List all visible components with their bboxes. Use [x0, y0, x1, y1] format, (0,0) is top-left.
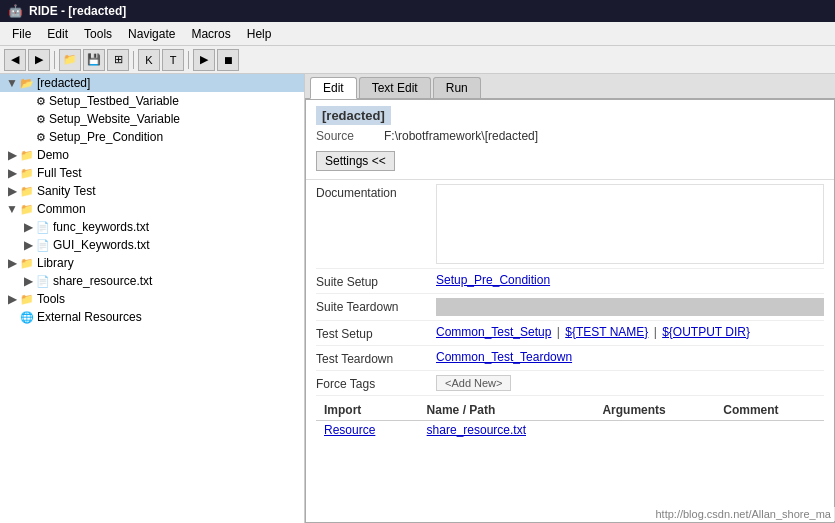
settings-button[interactable]: Settings <<	[316, 151, 395, 171]
tree-node-icon: ⚙	[36, 113, 46, 126]
tree-item[interactable]: ⚙ Setup_Pre_Condition	[0, 128, 304, 146]
source-label: Source	[316, 129, 376, 143]
expand-icon[interactable]: ▶	[20, 274, 36, 288]
tab-bar: Edit Text Edit Run	[305, 74, 835, 99]
stop-button[interactable]: ⏹	[217, 49, 239, 71]
import-col-name-path: Name / Path	[419, 400, 595, 421]
tree-node-icon: 📁	[20, 149, 34, 162]
menu-navigate[interactable]: Navigate	[120, 25, 183, 43]
title-text: RIDE - [redacted]	[29, 4, 126, 18]
expand-icon[interactable]: ▶	[4, 166, 20, 180]
toolbar-separator-2	[133, 51, 134, 69]
title-bar: 🤖 RIDE - [redacted]	[0, 0, 835, 22]
open-button[interactable]: 📁	[59, 49, 81, 71]
expand-icon[interactable]: ▶	[4, 256, 20, 270]
tree-item[interactable]: ▶ 📁 Full Test	[0, 164, 304, 182]
suite-name: [redacted]	[316, 106, 391, 125]
documentation-area[interactable]	[436, 184, 824, 264]
suite-setup-link[interactable]: Setup_Pre_Condition	[436, 273, 550, 287]
file-tree[interactable]: ▼ 📂 [redacted] ⚙ Setup_Testbed_Variable …	[0, 74, 305, 523]
test-setup-arg1: ${TEST NAME}	[565, 325, 648, 339]
test-setup-link[interactable]: Common_Test_Setup	[436, 325, 551, 339]
suite-setup-row: Suite Setup Setup_Pre_Condition	[316, 269, 824, 294]
tree-item[interactable]: ▼ 📂 [redacted]	[0, 74, 304, 92]
back-button[interactable]: ◀	[4, 49, 26, 71]
tree-node-label: Sanity Test	[37, 184, 95, 198]
test-setup-value: Common_Test_Setup | ${TEST NAME} | ${OUT…	[436, 325, 824, 339]
import-col-arguments: Arguments	[594, 400, 715, 421]
tree-node-label: func_keywords.txt	[53, 220, 149, 234]
test-setup-arg2: ${OUTPUT DIR}	[662, 325, 750, 339]
tree-node-icon: 📁	[20, 185, 34, 198]
tree-item[interactable]: ▶ 📁 Library	[0, 254, 304, 272]
tree-item[interactable]: ▶ 📄 func_keywords.txt	[0, 218, 304, 236]
suite-teardown-input[interactable]	[436, 298, 824, 316]
menu-macros[interactable]: Macros	[183, 25, 238, 43]
menu-tools[interactable]: Tools	[76, 25, 120, 43]
source-value: F:\robotframework\[redacted]	[384, 129, 538, 143]
tree-node-icon: 📁	[20, 257, 34, 270]
expand-icon[interactable]: ▶	[20, 220, 36, 234]
tree-node-label: Setup_Website_Variable	[49, 112, 180, 126]
keyword-button[interactable]: K	[138, 49, 160, 71]
import-arguments	[594, 421, 715, 440]
import-type[interactable]: Resource	[316, 421, 419, 440]
tree-node-label: Setup_Testbed_Variable	[49, 94, 179, 108]
test-button[interactable]: T	[162, 49, 184, 71]
tree-item[interactable]: ⚙ Setup_Website_Variable	[0, 110, 304, 128]
import-comment	[715, 421, 824, 440]
suite-teardown-row: Suite Teardown	[316, 294, 824, 321]
import-col-type: Import	[316, 400, 419, 421]
force-tags-label: Force Tags	[316, 375, 436, 391]
import-table: Import Name / Path Arguments Comment Res…	[316, 400, 824, 439]
tree-item[interactable]: ▶ 📁 Tools	[0, 290, 304, 308]
expand-icon[interactable]: ▶	[20, 238, 36, 252]
tree-node-label: GUI_Keywords.txt	[53, 238, 150, 252]
tab-run[interactable]: Run	[433, 77, 481, 98]
expand-icon[interactable]: ▶	[4, 184, 20, 198]
expand-icon[interactable]: ▼	[4, 76, 20, 90]
expand-icon[interactable]: ▼	[4, 202, 20, 216]
tree-item[interactable]: ▶ 📄 GUI_Keywords.txt	[0, 236, 304, 254]
import-section: Import Name / Path Arguments Comment Res…	[306, 396, 834, 443]
documentation-label: Documentation	[316, 184, 436, 200]
toolbar-separator-1	[54, 51, 55, 69]
source-row: Source F:\robotframework\[redacted]	[316, 129, 824, 143]
test-teardown-label: Test Teardown	[316, 350, 436, 366]
test-teardown-row: Test Teardown Common_Test_Teardown	[316, 346, 824, 371]
tree-item[interactable]: ▼ 📁 Common	[0, 200, 304, 218]
run-button[interactable]: ▶	[193, 49, 215, 71]
app-icon: 🤖	[8, 4, 23, 18]
expand-icon[interactable]: ▶	[4, 148, 20, 162]
expand-icon[interactable]: ▶	[4, 292, 20, 306]
add-new-tag-button[interactable]: <Add New>	[436, 375, 511, 391]
menu-edit[interactable]: Edit	[39, 25, 76, 43]
tree-node-label: Library	[37, 256, 74, 270]
tree-node-icon: 📄	[36, 275, 50, 288]
tab-edit[interactable]: Edit	[310, 77, 357, 99]
tree-node-label: Full Test	[37, 166, 81, 180]
tree-node-icon: ⚙	[36, 131, 46, 144]
tab-text-edit[interactable]: Text Edit	[359, 77, 431, 98]
tree-item[interactable]: ▶ 📄 share_resource.txt	[0, 272, 304, 290]
documentation-row: Documentation	[316, 180, 824, 269]
save-button[interactable]: 💾	[83, 49, 105, 71]
suite-setup-value: Setup_Pre_Condition	[436, 273, 824, 287]
right-panel: Edit Text Edit Run [redacted] Source F:\…	[305, 74, 835, 523]
content-area: [redacted] Source F:\robotframework\[red…	[305, 99, 835, 523]
tree-item[interactable]: ⚙ Setup_Testbed_Variable	[0, 92, 304, 110]
tree-node-label: share_resource.txt	[53, 274, 152, 288]
tree-item[interactable]: ▶ 📁 Demo	[0, 146, 304, 164]
tree-item[interactable]: ▶ 📁 Sanity Test	[0, 182, 304, 200]
menu-file[interactable]: File	[4, 25, 39, 43]
new-button[interactable]: ⊞	[107, 49, 129, 71]
tree-item[interactable]: 🌐 External Resources	[0, 308, 304, 326]
tree-node-icon: 📁	[20, 167, 34, 180]
menu-help[interactable]: Help	[239, 25, 280, 43]
tree-node-icon: ⚙	[36, 95, 46, 108]
suite-teardown-label: Suite Teardown	[316, 298, 436, 314]
tree-node-label: Demo	[37, 148, 69, 162]
forward-button[interactable]: ▶	[28, 49, 50, 71]
tree-node-icon: 📄	[36, 221, 50, 234]
test-teardown-link[interactable]: Common_Test_Teardown	[436, 350, 572, 364]
